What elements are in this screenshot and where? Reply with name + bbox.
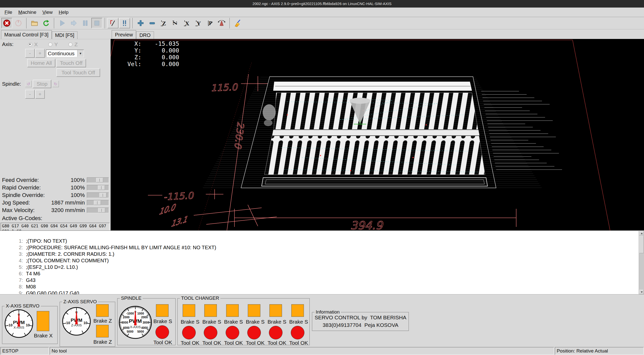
override-row: Rapid Override: 100% (0, 184, 110, 191)
view-z-rotated-icon: Z (171, 19, 179, 27)
machine-power-button[interactable] (13, 18, 24, 28)
slider-handle[interactable] (98, 208, 105, 213)
override-slider[interactable] (87, 177, 109, 183)
status-bar: ESTOP No tool Position: Relative Actual (0, 347, 644, 355)
tool-changer-column: Brake S Tool OK (266, 299, 288, 345)
rotate-view-button[interactable] (216, 18, 227, 28)
gcode-line-text: G43 (26, 277, 35, 283)
axis-radio-x[interactable]: X (28, 41, 38, 47)
jog-plus-button[interactable]: + (35, 49, 45, 58)
view-y-button[interactable]: Y (193, 18, 204, 28)
tab-mdi[interactable]: MDI [F5] (52, 31, 78, 39)
gcode-line[interactable]: 8:M08 (4, 278, 644, 285)
svg-text:P: P (209, 20, 212, 26)
override-label: Jog Speed: (2, 199, 30, 206)
svg-text:4000: 4000 (123, 326, 130, 330)
menu-item[interactable]: View (39, 8, 56, 17)
view-x-icon: X (183, 19, 191, 27)
gcode-line-number: 1: (12, 238, 23, 244)
menu-item[interactable]: Help (56, 8, 71, 17)
gcode-line[interactable]: 2:;(PROCEDURE: SURFACE MILLING-FINISH MI… (4, 239, 644, 245)
gcode-scrollbar[interactable] (639, 231, 644, 294)
svg-text:2000: 2000 (141, 316, 148, 319)
stop-program-icon (93, 19, 101, 27)
slider-handle[interactable] (96, 178, 103, 182)
override-slider[interactable] (87, 192, 109, 198)
information-frame: Information SERVO CONTROL by TOM BERISHA… (312, 312, 409, 331)
open-file-button[interactable] (29, 18, 40, 28)
override-label: Spindle Override: (2, 192, 45, 198)
touch-off-button[interactable]: Touch Off (56, 59, 86, 67)
view-z-rotated-button[interactable]: Z (170, 18, 181, 28)
dro-row: Y: 0.000 (118, 47, 179, 54)
optional-pause-toggle-button[interactable] (119, 18, 130, 28)
spindle-frame: SPINDLE 5000400030002000-100001000200030… (117, 298, 176, 345)
information-title: Information (314, 309, 341, 315)
rotate-view-icon (218, 19, 226, 27)
run-program-button[interactable] (57, 18, 68, 28)
reload-file-button[interactable] (41, 18, 52, 28)
gcode-line-number: 4: (12, 258, 23, 264)
tool-touch-off-button[interactable]: Tool Touch Off (56, 68, 100, 77)
home-all-button[interactable]: Home All (27, 59, 55, 67)
override-slider[interactable] (87, 208, 109, 213)
manual-control-panel: Axis: X Y Z - + Continuous ▼ Home All To… (0, 39, 111, 230)
skip-lines-toggle-button[interactable] (107, 18, 118, 28)
jog-minus-button[interactable]: - (25, 49, 35, 58)
override-label: Max Velocity: (2, 207, 35, 214)
x-servo-title: X-AXIS SERVO (5, 303, 41, 309)
scroll-thumb[interactable] (639, 236, 644, 253)
run-step-button[interactable] (68, 18, 79, 28)
brake-s-led (248, 304, 260, 317)
preview-canvas[interactable]: 115.0 230.0 -115.0 10.0 13.1 394.9 (111, 39, 644, 230)
tab-preview[interactable]: Preview (112, 30, 136, 39)
zoom-out-icon (148, 19, 156, 27)
zoom-in-button[interactable] (135, 18, 146, 28)
right-notebook-tabs: Preview DRO (112, 29, 154, 39)
x-axis-servo-frame: X-AXIS SERVO -10010PWMX-AXIS Brake X (2, 306, 58, 344)
slider-handle[interactable] (94, 200, 101, 205)
gcode-line[interactable]: 7:G43 (4, 272, 644, 278)
view-z-button[interactable]: Z (158, 18, 169, 28)
gcode-listing-panel: 1:;(TIPO: NO TEXT) 2:;(PROCEDURE: SURFAC… (0, 230, 644, 294)
pause-program-button[interactable] (80, 18, 91, 28)
tool-ok-led (155, 325, 169, 339)
dro-axis-value: 0.000 (141, 61, 179, 68)
stop-program-button[interactable] (91, 18, 102, 28)
gcode-line[interactable]: 1:;(TIPO: NO TEXT) (4, 232, 644, 239)
emergency-stop-button[interactable] (1, 18, 12, 28)
status-position: Position: Relative Actual (555, 347, 644, 355)
axis-radio-y[interactable]: Y (48, 41, 58, 47)
axis-radio-z[interactable]: Z (68, 41, 78, 47)
brake-z-led-1 (96, 304, 109, 317)
override-row: Jog Speed: 1867 mm/min (0, 199, 110, 207)
z-servo-title: Z-AXIS SERVO (62, 299, 98, 305)
slider-handle[interactable] (98, 185, 105, 190)
scroll-down-arrow[interactable] (639, 290, 644, 294)
gcode-line-number: 8: (12, 284, 23, 290)
gcode-line[interactable]: 6:T4 M6 (4, 265, 644, 272)
scroll-up-arrow[interactable] (639, 231, 644, 235)
menu-item[interactable]: File (2, 8, 15, 17)
spindle-plus-button[interactable]: + (35, 90, 45, 99)
tab-manual-control[interactable]: Manual Control [F3] (1, 30, 52, 39)
tab-dro[interactable]: DRO (136, 31, 154, 39)
gcode-line-number: 3: (12, 251, 23, 257)
spindle-cw-button[interactable]: ↻ (52, 81, 59, 87)
gcode-line[interactable]: 9:G90 G80 G00 G17 G40 (4, 285, 644, 291)
spindle-minus-button[interactable]: - (25, 90, 35, 99)
view-z-icon: Z (160, 19, 168, 27)
clear-plot-button[interactable] (232, 18, 243, 28)
menu-item[interactable]: Machine (15, 8, 39, 17)
override-slider[interactable] (87, 200, 109, 206)
brake-s-led (226, 304, 239, 317)
zoom-out-button[interactable] (147, 18, 158, 28)
spindle-ccw-button[interactable]: ↺ (25, 81, 32, 87)
svg-text:-10: -10 (7, 323, 12, 327)
jog-mode-select[interactable]: Continuous ▼ (46, 49, 84, 57)
spindle-stop-button[interactable]: Stop (33, 80, 51, 88)
override-slider[interactable] (87, 185, 109, 190)
view-x-button[interactable]: X (181, 18, 192, 28)
slider-handle[interactable] (99, 193, 106, 197)
view-perspective-button[interactable]: P (205, 18, 216, 28)
